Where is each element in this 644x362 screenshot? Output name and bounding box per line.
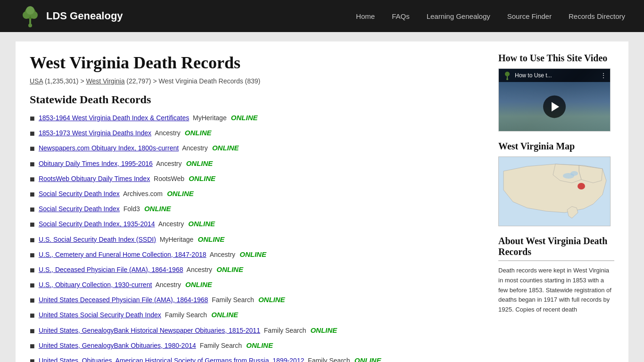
- list-item: ■United States, Obituaries, American His…: [30, 355, 484, 362]
- about-wv-text: Death records were kept in West Virginia…: [498, 266, 614, 315]
- main-nav: Home FAQs Learning Genealogy Source Find…: [356, 12, 625, 20]
- list-bullet: ■: [30, 113, 35, 124]
- nav-directory[interactable]: Records Directory: [569, 12, 625, 20]
- wv-map-title: West Virginia Map: [498, 141, 614, 152]
- record-link[interactable]: U.S., Cemetery and Funeral Home Collecti…: [39, 251, 206, 258]
- list-item: ■Newspapers.com Obituary Index, 1800s-cu…: [30, 143, 484, 155]
- page-title: West Virginia Death Records: [30, 53, 484, 73]
- list-item: ■United States Deceased Physician File (…: [30, 295, 484, 306]
- nav-learning[interactable]: Learning Genealogy: [427, 12, 490, 20]
- list-bullet: ■: [30, 249, 35, 261]
- online-badge: ONLINE: [196, 235, 224, 243]
- record-provider: Family Search: [262, 327, 306, 334]
- record-content: U.S., Cemetery and Funeral Home Collecti…: [39, 249, 266, 260]
- online-badge: ONLINE: [256, 296, 285, 304]
- online-badge: ONLINE: [238, 250, 266, 258]
- list-item: ■Obituary Daily Times Index, 1995-2016 A…: [30, 158, 484, 170]
- record-link[interactable]: U.S., Deceased Physician File (AMA), 186…: [39, 266, 183, 273]
- online-badge: ONLINE: [184, 159, 213, 167]
- records-list: ■1853-1964 West Virginia Death Index & C…: [30, 113, 484, 362]
- breadcrumb: USA (1,235,301) > West Virginia (22,797)…: [30, 77, 484, 85]
- online-badge: ONLINE: [187, 174, 215, 182]
- list-bullet: ■: [30, 158, 35, 170]
- online-badge: ONLINE: [183, 129, 212, 137]
- list-bullet: ■: [30, 264, 35, 276]
- list-bullet: ■: [30, 143, 35, 155]
- record-content: Newspapers.com Obituary Index, 1800s-cur…: [39, 143, 239, 154]
- record-link[interactable]: Social Security Death Index: [39, 205, 120, 213]
- record-provider: Ancestry: [153, 129, 181, 137]
- record-link[interactable]: United States, GenealogyBank Obituaries,…: [39, 342, 196, 349]
- site-header: LDS Genealogy Home FAQs Learning Genealo…: [0, 0, 644, 32]
- online-badge: ONLINE: [210, 144, 239, 152]
- video-thumbnail[interactable]: How to Use t... ⋮: [498, 68, 611, 132]
- nav-source[interactable]: Source Finder: [507, 12, 552, 20]
- record-link[interactable]: United States Deceased Physician File (A…: [39, 296, 208, 304]
- record-provider: Ancestry: [154, 281, 181, 288]
- list-bullet: ■: [30, 128, 35, 140]
- record-content: Social Security Death Index Fold3 ONLINE: [39, 204, 171, 214]
- record-link[interactable]: 1853-1964 West Virginia Death Index & Ce…: [39, 114, 189, 122]
- list-bullet: ■: [30, 204, 35, 215]
- list-bullet: ■: [30, 280, 35, 291]
- list-bullet: ■: [30, 189, 35, 200]
- record-content: 1853-1973 West Virginia Deaths Index Anc…: [39, 128, 212, 139]
- record-provider: Ancestry: [181, 144, 208, 152]
- logo-icon: [19, 5, 41, 27]
- list-item: ■United States Social Security Death Ind…: [30, 310, 484, 321]
- list-item: ■Social Security Death Index Archives.co…: [30, 189, 484, 200]
- list-item: ■United States, GenealogyBank Obituaries…: [30, 340, 484, 352]
- online-badge: ONLINE: [244, 341, 273, 349]
- list-item: ■1853-1964 West Virginia Death Index & C…: [30, 113, 484, 124]
- record-provider: MyHeritage: [158, 236, 193, 243]
- record-link[interactable]: United States, GenealogyBank Historical …: [39, 327, 260, 334]
- list-item: ■RootsWeb Obituary Daily Times Index Roo…: [30, 173, 484, 185]
- record-provider: Archives.com: [122, 190, 163, 197]
- online-badge: ONLINE: [215, 265, 243, 273]
- list-bullet: ■: [30, 355, 35, 362]
- record-content: Social Security Death Index Archives.com…: [39, 189, 194, 199]
- list-item: ■Social Security Death Index Fold3 ONLIN…: [30, 204, 484, 215]
- record-link[interactable]: U.S., Obituary Collection, 1930-current: [39, 281, 152, 288]
- record-link[interactable]: United States, Obituaries, American Hist…: [39, 357, 304, 362]
- page-inner: West Virginia Death Records USA (1,235,3…: [16, 41, 628, 362]
- online-badge: ONLINE: [186, 220, 215, 228]
- about-wv-title: About West Virginia Death Records: [498, 236, 614, 257]
- record-content: Obituary Daily Times Index, 1995-2016 An…: [39, 158, 213, 169]
- record-link[interactable]: U.S. Social Security Death Index (SSDI): [39, 236, 156, 243]
- record-content: United States Social Security Death Inde…: [39, 310, 238, 321]
- record-provider: Family Search: [306, 357, 350, 362]
- record-content: United States, GenealogyBank Obituaries,…: [39, 340, 273, 351]
- svg-point-8: [505, 72, 510, 76]
- nav-faqs[interactable]: FAQs: [392, 12, 410, 20]
- list-item: ■Social Security Death Index, 1935-2014 …: [30, 219, 484, 230]
- record-link[interactable]: Social Security Death Index, 1935-2014: [39, 220, 155, 228]
- online-badge: ONLINE: [308, 326, 337, 334]
- us-map-svg: [499, 157, 611, 226]
- section-title: Statewide Death Records: [30, 93, 484, 106]
- record-content: 1853-1964 West Virginia Death Index & Ce…: [39, 113, 258, 123]
- list-item: ■U.S., Cemetery and Funeral Home Collect…: [30, 249, 484, 261]
- breadcrumb-wv[interactable]: West Virginia: [86, 77, 124, 85]
- breadcrumb-usa[interactable]: USA: [30, 77, 43, 85]
- record-provider: Ancestry: [155, 160, 182, 167]
- wv-map-image: [498, 156, 611, 226]
- online-badge: ONLINE: [165, 189, 194, 197]
- record-link[interactable]: United States Social Security Death Inde…: [39, 311, 161, 319]
- record-link[interactable]: Obituary Daily Times Index, 1995-2016: [39, 160, 153, 167]
- video-play-button[interactable]: [543, 95, 566, 118]
- record-provider: Ancestry: [208, 251, 236, 258]
- list-bullet: ■: [30, 173, 35, 185]
- record-link[interactable]: Newspapers.com Obituary Index, 1800s-cur…: [39, 144, 179, 152]
- video-tree-icon: [503, 71, 512, 80]
- record-provider: Fold3: [122, 205, 140, 213]
- list-bullet: ■: [30, 340, 35, 352]
- record-content: U.S., Deceased Physician File (AMA), 186…: [39, 264, 243, 275]
- record-link[interactable]: 1853-1973 West Virginia Deaths Index: [39, 129, 151, 137]
- sidebar: How to Use This Site Video How to Use t.…: [498, 53, 614, 362]
- record-link[interactable]: RootsWeb Obituary Daily Times Index: [39, 175, 150, 182]
- record-link[interactable]: Social Security Death Index: [39, 190, 120, 197]
- video-options-icon[interactable]: ⋮: [601, 72, 606, 79]
- nav-home[interactable]: Home: [356, 12, 375, 20]
- online-badge: ONLINE: [209, 311, 238, 319]
